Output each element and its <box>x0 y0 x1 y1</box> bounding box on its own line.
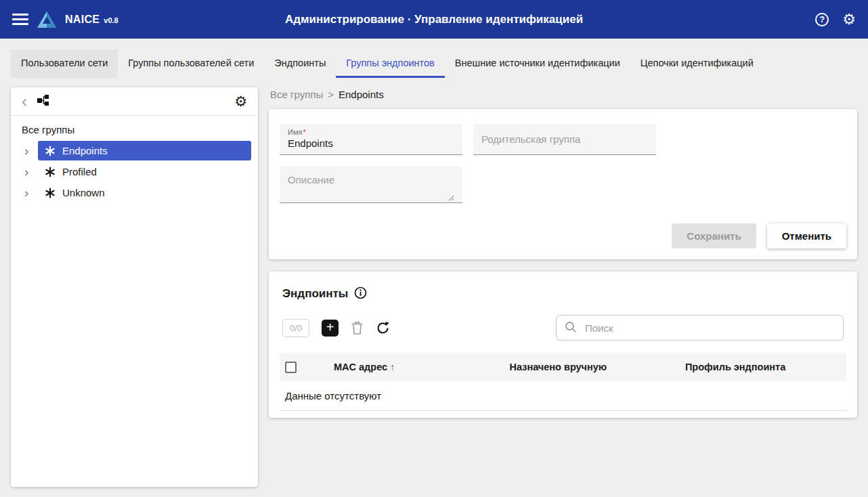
refresh-icon[interactable] <box>376 321 390 335</box>
tab-external-identity-sources[interactable]: Внешние источники идентификации <box>445 49 630 78</box>
cancel-button[interactable]: Отменить <box>767 223 846 248</box>
description-field[interactable] <box>280 166 462 203</box>
tree-item-label: Profiled <box>62 166 97 177</box>
required-mark: * <box>303 128 305 136</box>
column-assigned-manually[interactable]: Назначено вручную <box>504 353 679 381</box>
group-form-card: Имя* Сохранить Отменить <box>269 109 857 259</box>
tree-toolbar: ‹ ⚙ <box>11 87 258 116</box>
group-asterisk-icon <box>45 188 56 198</box>
topbar-left: NAICE v0.8 <box>12 11 118 28</box>
settings-gear-icon[interactable]: ⚙ <box>842 12 856 27</box>
tree-root-all-groups[interactable]: Все группы <box>11 116 258 139</box>
top-bar: NAICE v0.8 Администрирование · Управлени… <box>0 0 868 39</box>
description-textarea[interactable] <box>288 173 454 201</box>
tab-endpoint-groups[interactable]: Группы эндпоинтов <box>336 49 444 78</box>
endpoints-card: Эндпоинты 0/0 + <box>269 272 857 418</box>
tab-endpoints[interactable]: Эндпоинты <box>264 49 336 78</box>
form-actions: Сохранить Отменить <box>280 223 846 248</box>
collapse-panel-icon[interactable]: ‹ <box>22 95 27 108</box>
sort-asc-icon[interactable]: ↑ <box>390 362 395 372</box>
name-input[interactable] <box>288 136 454 152</box>
menu-icon[interactable] <box>12 14 28 25</box>
endpoints-toolbar: 0/0 + <box>280 312 846 353</box>
tree-item-endpoints[interactable]: › Endpoints <box>11 141 251 160</box>
expand-chevron-icon[interactable]: › <box>24 165 37 178</box>
tab-network-users[interactable]: Пользователи сети <box>11 49 118 78</box>
add-endpoint-button[interactable]: + <box>322 320 339 337</box>
expand-chevron-icon[interactable]: › <box>24 186 37 199</box>
group-asterisk-icon <box>45 167 56 177</box>
tree-settings-gear-icon[interactable]: ⚙ <box>234 94 247 108</box>
endpoints-table: MAC адрес↑ Назначено вручную Профиль энд… <box>280 353 846 411</box>
tree-item-label: Unknown <box>62 187 105 198</box>
search-box[interactable] <box>556 315 844 341</box>
endpoints-title: Эндпоинты <box>282 287 348 301</box>
app-logo-icon <box>37 11 57 28</box>
tab-bar: Пользователи сети Группы пользователей с… <box>11 49 857 78</box>
help-icon[interactable]: ? <box>815 13 829 26</box>
tree-item-unknown[interactable]: › Unknown <box>11 183 251 202</box>
endpoints-header: Эндпоинты <box>280 282 846 312</box>
table-header-row: MAC адрес↑ Назначено вручную Профиль энд… <box>280 353 846 381</box>
delete-icon[interactable] <box>351 321 364 335</box>
app-version: v0.8 <box>104 16 118 24</box>
column-mac-address[interactable]: MAC адрес↑ <box>328 353 504 381</box>
groups-tree-panel: ‹ ⚙ Все группы › <box>11 87 258 487</box>
search-icon <box>565 321 577 335</box>
app-name: NAICE <box>65 14 100 26</box>
main-column: Все группы>Endpoints Имя* <box>269 87 857 429</box>
breadcrumb-current: Endpoints <box>339 89 384 100</box>
tab-network-user-groups[interactable]: Группы пользователей сети <box>118 49 264 78</box>
topbar-right: ? ⚙ <box>815 12 856 27</box>
info-icon[interactable] <box>354 286 367 301</box>
name-field[interactable]: Имя* <box>280 124 462 155</box>
column-endpoint-profile[interactable]: Профиль эндпоинта <box>680 353 846 381</box>
selection-counter: 0/0 <box>282 319 309 337</box>
page-title: Администрирование · Управление идентифик… <box>285 13 583 26</box>
tree-item-label: Endpoints <box>62 145 108 156</box>
search-input[interactable] <box>584 322 835 334</box>
name-field-label: Имя <box>288 128 302 136</box>
group-asterisk-icon <box>45 146 56 156</box>
empty-row: Данные отсутствуют <box>280 381 846 411</box>
breadcrumb-separator: > <box>328 89 334 100</box>
save-button[interactable]: Сохранить <box>672 223 756 248</box>
tree-item-profiled[interactable]: › Profiled <box>11 162 251 181</box>
select-all-checkbox[interactable] <box>285 362 297 373</box>
empty-message: Данные отсутствуют <box>280 381 846 411</box>
content-area: ‹ ⚙ Все группы › <box>0 78 868 487</box>
breadcrumb: Все группы>Endpoints <box>269 87 857 109</box>
hierarchy-icon[interactable] <box>37 95 50 108</box>
tab-identification-chains[interactable]: Цепочки идентификаций <box>630 49 764 78</box>
breadcrumb-root[interactable]: Все группы <box>270 89 323 100</box>
parent-group-field[interactable] <box>473 124 656 155</box>
parent-group-input[interactable] <box>481 133 648 145</box>
expand-chevron-icon[interactable]: › <box>24 144 37 157</box>
